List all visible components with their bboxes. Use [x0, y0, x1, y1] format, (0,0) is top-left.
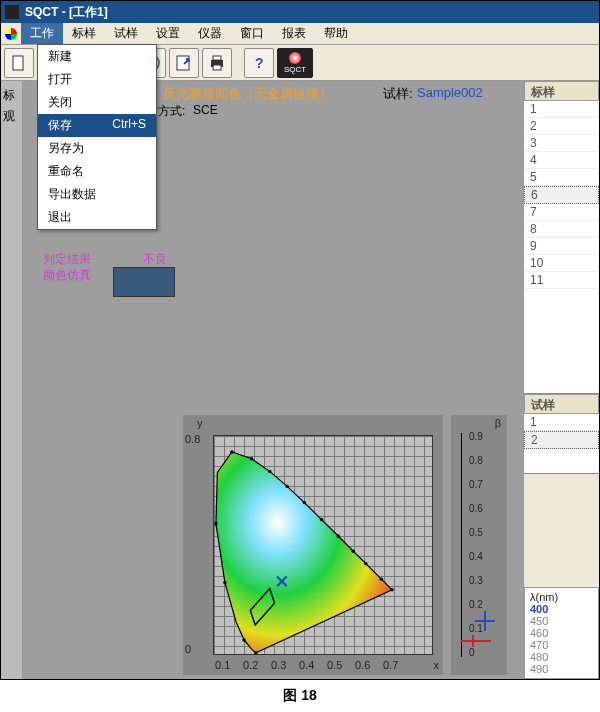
- menu-export[interactable]: 导出数据: [38, 183, 156, 206]
- judge-sim-label: 颜色仿真: [43, 267, 91, 284]
- svg-point-28: [364, 562, 367, 565]
- list-item[interactable]: 460: [530, 627, 593, 639]
- mode-value: SCE: [193, 103, 218, 117]
- beta-label: β: [495, 417, 501, 429]
- svg-point-17: [242, 638, 245, 641]
- list-item[interactable]: 6: [524, 186, 599, 204]
- figure-caption: 图 18: [0, 680, 600, 712]
- wavelength-title: λ(nm): [530, 591, 593, 603]
- window-title: SQCT - [工作1]: [25, 4, 108, 21]
- menu-new[interactable]: 新建: [38, 45, 156, 68]
- gamut-plot-icon: [214, 436, 432, 654]
- svg-rect-11: [213, 65, 221, 70]
- work-menu-dropdown: 新建 打开 关闭 保存Ctrl+S 另存为 重命名 导出数据 退出: [37, 44, 157, 230]
- svg-point-23: [285, 485, 288, 488]
- sample-label: 试样:: [383, 85, 413, 103]
- list-item[interactable]: 4: [524, 152, 599, 169]
- menu-saveas[interactable]: 另存为: [38, 137, 156, 160]
- list-item[interactable]: 9: [524, 238, 599, 255]
- left-gutter: 标 观: [1, 81, 23, 679]
- judge-result-label: 判定结果: [43, 251, 91, 268]
- standard-list-header: 标样: [524, 81, 599, 101]
- list-item[interactable]: 1: [524, 414, 599, 431]
- menu-sample[interactable]: 试样: [105, 23, 147, 44]
- menu-save[interactable]: 保存Ctrl+S: [38, 114, 156, 137]
- svg-point-26: [337, 534, 340, 537]
- list-item[interactable]: 5: [524, 169, 599, 186]
- judge-result-value: 不良: [143, 251, 167, 268]
- list-item[interactable]: 11: [524, 272, 599, 289]
- list-item[interactable]: 3: [524, 135, 599, 152]
- list-item[interactable]: 2: [524, 118, 599, 135]
- x-axis-label: x: [434, 659, 440, 671]
- menu-open[interactable]: 打开: [38, 68, 156, 91]
- menu-help[interactable]: 帮助: [315, 23, 357, 44]
- svg-rect-10: [213, 56, 221, 60]
- menu-rename[interactable]: 重命名: [38, 160, 156, 183]
- list-item[interactable]: 10: [524, 255, 599, 272]
- menu-exit[interactable]: 退出: [38, 206, 156, 229]
- list-item[interactable]: 7: [524, 204, 599, 221]
- menu-bar: 工作 标样 试样 设置 仪器 窗口 报表 帮助: [1, 23, 599, 45]
- svg-point-20: [230, 450, 233, 453]
- menu-close[interactable]: 关闭: [38, 91, 156, 114]
- svg-point-24: [303, 501, 306, 504]
- list-item[interactable]: 8: [524, 221, 599, 238]
- new-icon[interactable]: [4, 48, 34, 78]
- list-item[interactable]: 480: [530, 651, 593, 663]
- gutter-label-1: 标: [3, 87, 20, 104]
- menu-work[interactable]: 工作: [21, 23, 63, 44]
- standard-list-section: 标样 1 2 3 4 5 6 7 8 9 10 11: [524, 81, 599, 394]
- menu-report[interactable]: 报表: [273, 23, 315, 44]
- y-axis-label: y: [197, 417, 203, 429]
- list-item[interactable]: 470: [530, 639, 593, 651]
- mode-label: 方式:: [158, 103, 185, 120]
- list-item[interactable]: 450: [530, 615, 593, 627]
- svg-point-27: [352, 550, 355, 553]
- svg-point-30: [390, 588, 393, 591]
- cie-chart[interactable]: y x 0.8 0 0.1 0.2 0.3 0.4 0.5 0.6 0.7: [183, 415, 443, 675]
- sample-list-section: 试样 1 2: [524, 394, 599, 474]
- svg-point-25: [320, 518, 323, 521]
- color-swatch: [113, 267, 175, 297]
- right-sidebar: 标样 1 2 3 4 5 6 7 8 9 10 11: [523, 81, 599, 679]
- list-item[interactable]: 1: [524, 101, 599, 118]
- gutter-label-2: 观: [3, 108, 20, 125]
- sample-list-header: 试样: [524, 394, 599, 414]
- list-item[interactable]: 2: [524, 431, 599, 449]
- logo-icon: [1, 23, 21, 44]
- export-icon[interactable]: [169, 48, 199, 78]
- toolbar-separator: [235, 48, 241, 78]
- app-icon: [5, 5, 19, 19]
- svg-point-22: [268, 470, 271, 473]
- list-item[interactable]: 490: [530, 663, 593, 675]
- print-icon[interactable]: [202, 48, 232, 78]
- wavelength-list[interactable]: λ(nm) 400 450 460 470 480 490: [524, 587, 599, 679]
- svg-point-18: [223, 581, 226, 584]
- svg-text:?: ?: [255, 55, 264, 71]
- svg-point-13: [289, 52, 301, 64]
- svg-point-29: [380, 577, 383, 580]
- standard-list[interactable]: 1 2 3 4 5 6 7 8 9 10 11: [524, 101, 599, 393]
- sample-list[interactable]: 1 2: [524, 414, 599, 473]
- svg-point-21: [250, 457, 253, 460]
- sample-value: Sample002: [417, 85, 483, 100]
- menu-standard[interactable]: 标样: [63, 23, 105, 44]
- sqct-icon[interactable]: SQCT: [277, 48, 313, 78]
- title-bar: SQCT - [工作1]: [1, 1, 599, 23]
- menu-instrument[interactable]: 仪器: [189, 23, 231, 44]
- help-icon[interactable]: ?: [244, 48, 274, 78]
- standard-name: 反光膜昼间色（无金属镀膜）: [163, 85, 332, 103]
- svg-rect-0: [13, 56, 23, 70]
- menu-settings[interactable]: 设置: [147, 23, 189, 44]
- list-item[interactable]: 400: [530, 603, 593, 615]
- cross-marker-icon: [451, 605, 507, 655]
- menu-window[interactable]: 窗口: [231, 23, 273, 44]
- beta-axis: β 0.9 0.8 0.7 0.6 0.5 0.4 0.3 0.2 0.1 0: [451, 415, 507, 675]
- svg-point-19: [214, 522, 217, 525]
